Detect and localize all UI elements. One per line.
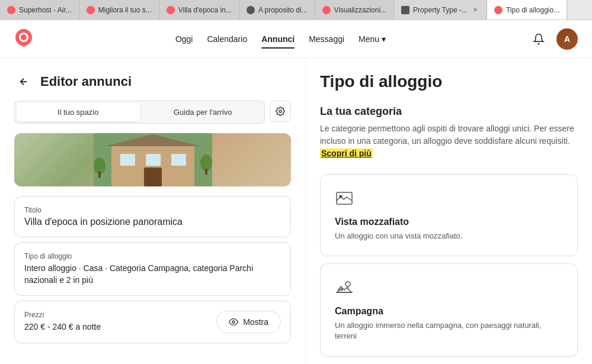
nav-link-menu[interactable]: Menu ▾ xyxy=(359,32,386,46)
property-image xyxy=(14,133,291,186)
settings-button[interactable] xyxy=(270,101,291,122)
back-button[interactable] xyxy=(14,72,33,91)
mostra-label: Mostra xyxy=(243,317,268,327)
tab-villa-label: Villa d'epoca in... xyxy=(178,6,232,14)
tab-visualizzazioni[interactable]: Visualizzazioni... xyxy=(315,0,395,20)
notification-bell-button[interactable] xyxy=(528,28,549,50)
svg-rect-4 xyxy=(120,154,135,166)
vista-icon xyxy=(335,189,563,212)
svg-point-10 xyxy=(200,154,212,171)
favicon-migliora xyxy=(87,6,95,14)
tipo-alloggio-label: Tipo di alloggio xyxy=(24,252,281,260)
nav-link-annunci[interactable]: Annunci xyxy=(261,32,295,46)
svg-point-0 xyxy=(279,110,281,112)
tab-il-tuo-spazio[interactable]: Il tuo spazio xyxy=(17,103,140,121)
categoria-desc: Le categorie permettono agli ospiti di t… xyxy=(320,123,578,160)
campagna-icon xyxy=(335,278,563,301)
favicon-tipo xyxy=(494,6,503,14)
svg-rect-7 xyxy=(144,167,162,186)
right-panel-title: Tipo di alloggio xyxy=(320,72,578,91)
editor-title: Editor annunci xyxy=(40,74,132,89)
svg-rect-5 xyxy=(146,154,161,166)
nav-link-calendario[interactable]: Calendario xyxy=(207,32,247,46)
tab-property-close[interactable]: ✕ xyxy=(471,6,479,14)
vista-title: Vista mozzafiato xyxy=(335,217,563,227)
tab-switcher: Il tuo spazio Guida per l'arrivo xyxy=(14,101,265,124)
nav-right: A xyxy=(528,28,578,50)
prezzi-card[interactable]: Prezzi 220 € - 240 € a notte Mostra xyxy=(14,301,291,343)
vista-desc: Un alloggio con una vista mozzafiato. xyxy=(335,231,563,241)
right-panel: Tipo di alloggio La tua categoria Le cat… xyxy=(306,58,592,364)
scopri-link[interactable]: Scopri di più xyxy=(320,149,373,158)
menu-chevron-icon: ▾ xyxy=(382,34,386,44)
tab-switcher-wrapper: Il tuo spazio Guida per l'arrivo xyxy=(14,101,291,124)
editor-header: Editor annunci xyxy=(0,58,305,101)
left-panel-editor: Editor annunci Il tuo spazio Guida per l… xyxy=(0,58,306,364)
favicon-superhost xyxy=(7,6,15,14)
tab-tipo-label: Tipo di alloggio... xyxy=(506,6,559,14)
user-avatar[interactable]: A xyxy=(556,28,578,50)
svg-rect-11 xyxy=(205,169,207,175)
campagna-title: Campagna xyxy=(335,306,563,317)
favicon-villa xyxy=(167,6,175,14)
tab-proposito-label: A proposito di... xyxy=(258,6,308,14)
svg-point-8 xyxy=(94,157,105,174)
airbnb-logo[interactable] xyxy=(14,28,33,50)
prezzi-info: Prezzi 220 € - 240 € a notte xyxy=(24,311,101,333)
svg-point-14 xyxy=(340,195,342,198)
tab-migliora-label: Migliora il tuo s... xyxy=(98,6,152,14)
campagna-desc: Un alloggio immerso nella campagna, con … xyxy=(335,320,563,342)
nav-link-oggi[interactable]: Oggi xyxy=(175,32,193,46)
titolo-label: Titolo xyxy=(24,206,281,214)
favicon-visual xyxy=(322,6,331,14)
mostra-button[interactable]: Mostra xyxy=(216,311,281,333)
eye-icon xyxy=(229,317,238,327)
prezzi-value: 220 € - 240 € a notte xyxy=(24,321,101,333)
prezzi-label: Prezzi xyxy=(24,311,101,319)
nav-links: Oggi Calendario Annunci Messaggi Menu ▾ xyxy=(175,32,386,46)
categoria-title: La tua categoria xyxy=(320,105,578,118)
tipo-alloggio-value: Intero alloggio · Casa · Categoria Campa… xyxy=(24,263,281,286)
nav-link-messaggi[interactable]: Messaggi xyxy=(309,32,344,46)
main-content: Editor annunci Il tuo spazio Guida per l… xyxy=(0,58,592,364)
tab-migliora[interactable]: Migliora il tuo s... xyxy=(79,0,159,20)
tipo-alloggio-card[interactable]: Tipo di alloggio Intero alloggio · Casa … xyxy=(14,242,291,296)
tab-tipo[interactable]: Tipo di alloggio... xyxy=(487,0,567,20)
tab-proposito[interactable]: A proposito di... xyxy=(239,0,315,20)
svg-rect-9 xyxy=(98,172,101,178)
airbnb-navbar: Oggi Calendario Annunci Messaggi Menu ▾ … xyxy=(0,20,592,58)
tab-superhost-label: Superhost - Air... xyxy=(19,6,72,14)
svg-point-15 xyxy=(345,282,350,286)
categoria-section: La tua categoria Le categorie permettono… xyxy=(320,105,578,160)
tab-guida-arrivo[interactable]: Guida per l'arrivo xyxy=(142,101,265,123)
browser-tab-bar: Superhost - Air... Migliora il tuo s... … xyxy=(0,0,592,20)
favicon-proposito xyxy=(247,6,255,14)
category-card-vista[interactable]: Vista mozzafiato Un alloggio con una vis… xyxy=(320,174,578,256)
property-image-area xyxy=(14,133,291,186)
category-card-campagna[interactable]: Campagna Un alloggio immerso nella campa… xyxy=(320,263,578,356)
titolo-card[interactable]: Titolo Villa d'epoca in posizione panora… xyxy=(14,196,291,237)
tab-superhost[interactable]: Superhost - Air... xyxy=(0,0,79,20)
favicon-property xyxy=(401,6,409,14)
tab-property-label: Property Type -... xyxy=(413,6,468,14)
svg-rect-6 xyxy=(171,154,186,166)
titolo-value: Villa d'epoca in posizione panoramica xyxy=(24,217,281,227)
tab-visualizzazioni-label: Visualizzazioni... xyxy=(334,6,387,14)
svg-point-12 xyxy=(232,321,235,323)
tab-villa[interactable]: Villa d'epoca in... xyxy=(159,0,239,20)
tab-property[interactable]: Property Type -... ✕ xyxy=(394,0,487,20)
